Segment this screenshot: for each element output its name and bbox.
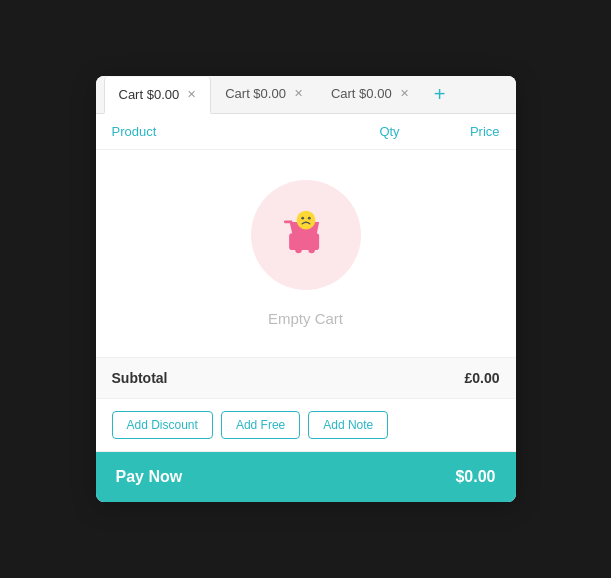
tab-3[interactable]: Cart $0.00 ✕ bbox=[317, 76, 423, 113]
empty-cart-icon bbox=[276, 205, 336, 265]
action-buttons: Add Discount Add Free Add Note bbox=[96, 399, 516, 452]
tab-2[interactable]: Cart $0.00 ✕ bbox=[211, 76, 317, 113]
svg-point-4 bbox=[301, 217, 304, 220]
tab-2-close[interactable]: ✕ bbox=[294, 88, 303, 99]
pay-now-bar[interactable]: Pay Now $0.00 bbox=[96, 452, 516, 502]
subtotal-label: Subtotal bbox=[112, 370, 168, 386]
cart-content: Empty Cart bbox=[96, 150, 516, 357]
svg-point-3 bbox=[296, 211, 315, 230]
tab-1[interactable]: Cart $0.00 ✕ bbox=[104, 77, 212, 114]
svg-point-2 bbox=[308, 247, 315, 254]
add-tab-button[interactable]: + bbox=[427, 82, 453, 108]
tab-1-label: Cart $0.00 bbox=[119, 87, 180, 102]
tab-2-label: Cart $0.00 bbox=[225, 86, 286, 101]
pay-now-amount: $0.00 bbox=[455, 468, 495, 486]
subtotal-value: £0.00 bbox=[464, 370, 499, 386]
empty-cart-text: Empty Cart bbox=[268, 310, 343, 327]
svg-point-5 bbox=[307, 217, 310, 220]
col-header-qty: Qty bbox=[350, 124, 430, 139]
tab-3-close[interactable]: ✕ bbox=[400, 88, 409, 99]
subtotal-row: Subtotal £0.00 bbox=[96, 357, 516, 399]
tab-1-close[interactable]: ✕ bbox=[187, 89, 196, 100]
tabs-bar: Cart $0.00 ✕ Cart $0.00 ✕ Cart $0.00 ✕ + bbox=[96, 76, 516, 114]
add-free-button[interactable]: Add Free bbox=[221, 411, 300, 439]
add-note-button[interactable]: Add Note bbox=[308, 411, 388, 439]
svg-point-1 bbox=[295, 247, 302, 254]
empty-cart-icon-wrapper bbox=[251, 180, 361, 290]
add-discount-button[interactable]: Add Discount bbox=[112, 411, 213, 439]
pay-now-label: Pay Now bbox=[116, 468, 183, 486]
col-header-product: Product bbox=[112, 124, 350, 139]
tab-3-label: Cart $0.00 bbox=[331, 86, 392, 101]
col-header-price: Price bbox=[430, 124, 500, 139]
pos-container: Cart $0.00 ✕ Cart $0.00 ✕ Cart $0.00 ✕ +… bbox=[96, 76, 516, 502]
column-headers: Product Qty Price bbox=[96, 114, 516, 150]
